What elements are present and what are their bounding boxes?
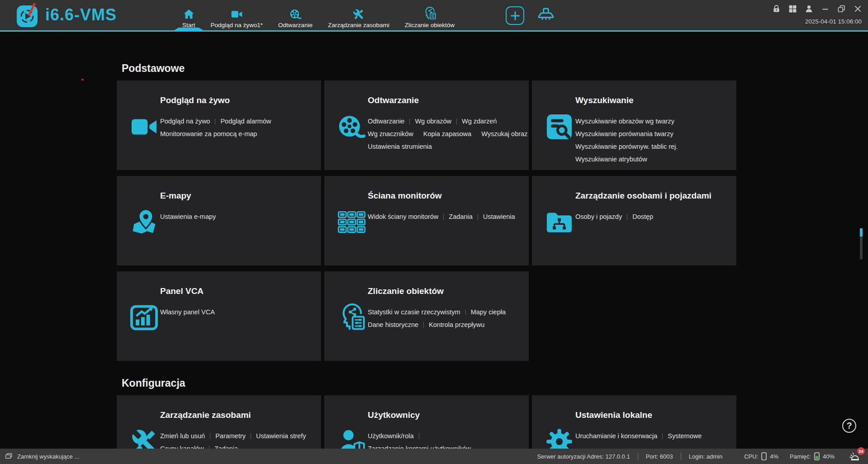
card-link-row: Wyszukiwanie porównyw. tablic rej. [575, 140, 732, 153]
tab-resource-management[interactable]: Zarządzanie zasobami [328, 8, 389, 28]
datetime-label: 2025-04-01 15:06:00 [805, 18, 862, 25]
card-title: Ustawienia lokalne [575, 410, 652, 420]
search-doc-icon [544, 111, 574, 142]
link-divider [251, 433, 251, 439]
card-link[interactable]: Ustawienia e-mapy [160, 213, 216, 220]
feature-card: E-mapy Ustawienia e-mapy [117, 176, 321, 265]
status-divider [681, 453, 681, 460]
brand-title: i6.6-VMS [45, 5, 117, 24]
card-link[interactable]: Wyszukiwanie obrazów wg twarzy [575, 118, 674, 125]
card-link[interactable]: Dane historyczne [368, 321, 418, 328]
card-title: Zarządzanie zasobami [160, 410, 251, 420]
help-button[interactable]: ? [842, 419, 856, 433]
card-grid: Podgląd na żywo Podgląd na żywoPodgląd a… [117, 80, 737, 361]
card-link-row: Uruchamianie i konserwacjaSystemowe [575, 430, 732, 442]
card-link[interactable]: Dostęp [632, 213, 653, 220]
card-link-row: Osoby i pojazdyDostęp [575, 210, 732, 223]
card-link[interactable]: Wg zdarzeń [462, 118, 497, 125]
tab-playback[interactable]: Odtwarzanie [278, 8, 313, 28]
card-link[interactable]: Wyszukiwanie porównyw. tablic rej. [575, 143, 678, 150]
card-link[interactable]: Ustawienia strefy [256, 432, 306, 440]
card-link[interactable]: Zmień lub usuń [160, 432, 205, 440]
link-divider [627, 214, 627, 220]
alarm-siren-icon[interactable]: 24 [849, 451, 861, 462]
tab-live-view[interactable]: Podgląd na żywo1* [211, 8, 263, 28]
home-icon [183, 8, 195, 20]
tools-icon [352, 8, 365, 20]
feature-card: Wyszukiwanie Wyszukiwanie obrazów wg twa… [532, 80, 736, 170]
minimize-icon[interactable] [821, 4, 830, 14]
card-link-row: Podgląd na żywoPodgląd alarmów [160, 115, 317, 128]
link-divider [423, 322, 424, 328]
tab-start[interactable]: Start [182, 8, 195, 28]
cpu-gauge-icon [761, 452, 767, 460]
main-tabs: Start Podgląd na żywo1* Odtwarzanie Zarz… [182, 0, 455, 32]
card-link[interactable]: Podgląd alarmów [220, 118, 271, 125]
card-link[interactable]: Osoby i pojazdy [575, 213, 622, 220]
card-link[interactable]: Odtwarzanie [368, 118, 404, 125]
cpu-label: CPU: [744, 453, 758, 460]
tab-object-counting[interactable]: Zliczanie obiektów [405, 7, 455, 28]
lock-icon[interactable] [772, 4, 781, 14]
close-popups-label: Zamknij wyskakujące ... [17, 453, 79, 460]
feature-card: Ściana monitorów Widok ściany monitorówZ… [324, 176, 529, 265]
card-link[interactable]: Wyszukaj obraz [481, 130, 527, 137]
section-heading: Podstawowe [122, 62, 737, 75]
card-link[interactable]: Mapy ciepła [471, 308, 506, 316]
link-divider [409, 118, 410, 124]
card-link[interactable]: Ustawienia [483, 213, 515, 220]
card-link[interactable]: Kopia zapasowa [423, 130, 471, 137]
card-link-row: Widok ściany monitorówZadaniaUstawienia [368, 210, 524, 223]
card-links: Własny panel VCA [160, 306, 317, 318]
card-link[interactable]: Monitorowanie za pomocą e-map [160, 130, 257, 137]
card-link-row: Monitorowanie za pomocą e-map [160, 128, 317, 140]
card-link[interactable]: Widok ściany monitorów [368, 213, 438, 220]
monitor-wall-icon [336, 207, 367, 237]
feature-card: Podgląd na żywo Podgląd na żywoPodgląd a… [117, 80, 321, 170]
card-link[interactable]: Użytkownik/rola [368, 432, 414, 440]
card-link-row: Statystki w czasie rzeczywistymMapy ciep… [368, 306, 524, 318]
scrollbar-thumb[interactable] [860, 228, 863, 237]
card-link[interactable]: Wyszukiwanie atrybutów [575, 156, 647, 163]
object-counting-icon [423, 7, 436, 20]
vca-chart-icon [128, 302, 159, 333]
card-links: Uruchamianie i konserwacjaSystemowe [575, 430, 732, 442]
card-links: OdtwarzanieWg obrazówWg zdarzeńWg znaczn… [368, 115, 524, 153]
feature-card: Panel VCA Własny panel VCA [117, 271, 321, 361]
card-link-row: Wyszukiwanie porównania twarzy [575, 128, 732, 140]
restore-icon[interactable] [837, 4, 846, 14]
card-title: Wyszukiwanie [575, 95, 633, 105]
card-link[interactable]: Systemowe [668, 432, 702, 440]
card-link[interactable]: Zadania [449, 213, 472, 220]
card-link[interactable]: Statystki w czasie rzeczywistym [368, 308, 460, 316]
user-icon[interactable] [804, 4, 814, 14]
section-heading: Konfiguracja [122, 377, 737, 389]
cpu-value: 4% [770, 453, 778, 460]
card-link[interactable]: Parametry [215, 432, 246, 440]
card-title: Ściana monitorów [368, 191, 442, 201]
tab-label: Start [182, 22, 195, 28]
feature-card: Zarządzanie osobami i pojazdami Osoby i … [532, 176, 736, 265]
section-basic: Podstawowe Podgląd na żywo Podgląd na ży… [117, 62, 737, 361]
card-link[interactable]: Ustawienia strumienia [368, 143, 432, 150]
red-marker-dot [81, 79, 84, 80]
card-link-row: Wyszukiwanie atrybutów [575, 153, 732, 166]
top-bar: i6.6-VMS Start Podgląd na żywo1* Odtwarz… [0, 0, 868, 32]
card-title: Podgląd na żywo [160, 95, 230, 105]
close-popups-button[interactable]: Zamknij wyskakujące ... [5, 452, 79, 461]
feature-card: Odtwarzanie OdtwarzanieWg obrazówWg zdar… [324, 80, 529, 170]
tab-label: Odtwarzanie [278, 22, 313, 28]
card-link[interactable]: Własny panel VCA [160, 308, 215, 316]
card-link[interactable]: Wg znaczników [368, 130, 413, 137]
close-icon[interactable] [853, 4, 863, 14]
card-link[interactable]: Podgląd na żywo [160, 118, 210, 125]
add-tab-button[interactable] [506, 6, 524, 25]
card-link[interactable]: Uruchamianie i konserwacja [575, 432, 657, 440]
layout-grid-icon[interactable] [788, 4, 797, 14]
card-link-row: Wyszukiwanie obrazów wg twarzy [575, 115, 732, 128]
card-link[interactable]: Kontrola przepływu [429, 321, 484, 328]
cleanup-broom-icon[interactable] [536, 6, 555, 26]
alarm-count-badge: 24 [857, 447, 865, 455]
card-link[interactable]: Wyszukiwanie porównania twarzy [575, 130, 674, 137]
card-link[interactable]: Wg obrazów [415, 118, 451, 125]
